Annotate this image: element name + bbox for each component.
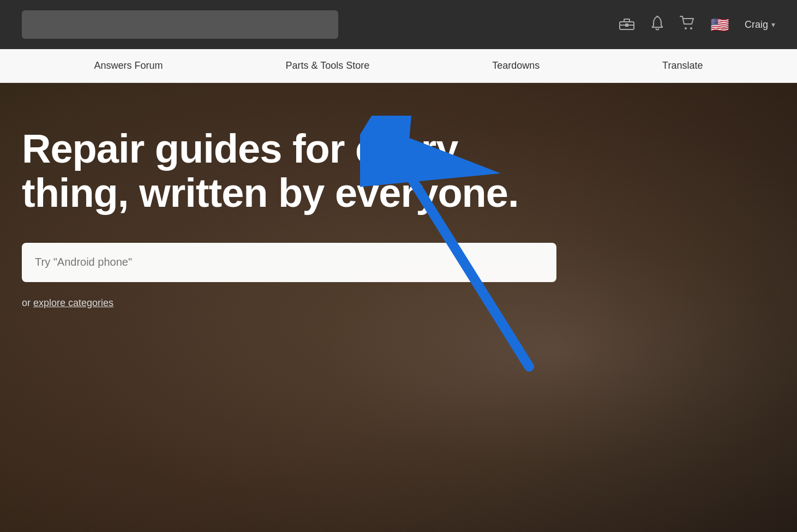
hero-title-line1: Repair guides for every xyxy=(22,126,458,171)
nav-translate[interactable]: Translate xyxy=(651,60,714,71)
nav-teardowns[interactable]: Teardowns xyxy=(481,60,550,71)
top-bar: 🇺🇸 Craig ▾ xyxy=(0,0,797,49)
flag-icon[interactable]: 🇺🇸 xyxy=(710,16,729,34)
hero-title: Repair guides for every thing, written b… xyxy=(22,127,546,216)
svg-rect-1 xyxy=(624,19,630,22)
cart-icon[interactable] xyxy=(680,16,695,34)
nav-answers-forum[interactable]: Answers Forum xyxy=(83,60,173,71)
nav-parts-tools-store[interactable]: Parts & Tools Store xyxy=(274,60,380,71)
username-label: Craig xyxy=(745,19,768,31)
explore-link-container: or explore categories xyxy=(22,297,797,309)
user-chevron-icon: ▾ xyxy=(771,20,775,29)
svg-point-6 xyxy=(690,27,692,29)
explore-categories-link[interactable]: explore categories xyxy=(33,297,113,308)
hero-search-container xyxy=(22,243,556,282)
user-menu[interactable]: Craig ▾ xyxy=(745,19,775,31)
toolbox-icon[interactable] xyxy=(619,16,635,34)
hero-content: Repair guides for every thing, written b… xyxy=(0,83,797,309)
svg-point-5 xyxy=(685,27,687,29)
secondary-nav: Answers Forum Parts & Tools Store Teardo… xyxy=(0,49,797,83)
hero-section: Repair guides for every thing, written b… xyxy=(0,83,797,532)
search-bar[interactable] xyxy=(22,10,338,39)
hero-title-line2: thing, written by everyone. xyxy=(22,170,519,216)
bell-icon[interactable] xyxy=(650,15,664,34)
svg-rect-3 xyxy=(625,23,628,27)
svg-point-4 xyxy=(656,15,658,17)
top-icons: 🇺🇸 Craig ▾ xyxy=(619,15,775,34)
explore-prefix: or xyxy=(22,297,33,308)
hero-search-input[interactable] xyxy=(22,243,556,282)
